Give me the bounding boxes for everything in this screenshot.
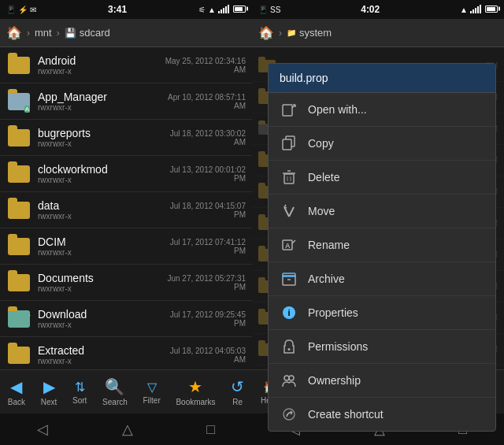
home-icon[interactable]: 🏠 [6,25,22,40]
filter-button[interactable]: ▽ Filter [143,380,160,405]
breadcrumb-sdcard[interactable]: 💾 sdcard [65,27,110,39]
svg-line-12 [289,207,294,217]
move-label: Move [308,205,335,217]
svg-rect-0 [283,105,292,116]
right-time: 4:02 [361,4,380,15]
list-item[interactable]: DCIM rwxrwxr-x Jul 17, 2012 07:41:12 PM [0,228,252,265]
left-breadcrumb: 🏠 › mnt › 💾 sdcard [0,19,252,47]
shortcut-icon [280,405,298,424]
copy-menu-item[interactable]: Copy [269,127,495,161]
svg-point-24 [284,376,289,380]
sort-icon: ⇅ [75,380,85,395]
left-right-icons: ⚟ ▲ [198,4,246,15]
left-time: 3:41 [108,4,127,15]
back-button[interactable]: ◀ Back [8,377,25,406]
notification-icon: ✉ [30,6,36,14]
properties-icon: i [280,303,298,322]
ownership-icon [280,371,298,390]
list-item[interactable]: bugreports rwxrwxr-x Jul 18, 2012 03:30:… [0,120,252,156]
copy-label: Copy [308,137,334,150]
bookmarks-button[interactable]: ★ Bookmarks [176,377,215,406]
next-button[interactable]: ▶ Next [41,377,57,406]
breadcrumb-system[interactable]: 📁 system [287,27,332,39]
rename-menu-item[interactable]: A Rename [269,228,495,262]
bookmarks-icon: ★ [188,377,202,396]
rename-icon: A [280,235,298,254]
back-icon: ◀ [10,377,22,396]
svg-line-14 [284,207,287,208]
right-home-icon[interactable]: 🏠 [258,25,274,40]
left-file-list: Android rwxrwxr-x May 25, 2012 02:34:16 … [0,47,252,369]
right-signal-bars [470,4,481,15]
archive-icon [280,269,298,288]
svg-rect-6 [284,174,294,184]
refresh-button[interactable]: ↺ Re [231,377,244,406]
right-status-icons: 📱 SS [258,6,280,14]
right-wifi-icon: ▲ [460,6,468,14]
right-breadcrumb: 🏠 › 📁 system [252,19,504,47]
right-panel: 📱 SS 4:02 ▲ 🏠 › 📁 system [252,0,504,445]
permissions-menu-item[interactable]: Permissions [269,330,495,364]
copy-icon [280,134,298,153]
archive-menu-item[interactable]: Archive [269,262,495,296]
right-battery-icon [484,6,498,14]
svg-point-26 [284,409,295,420]
ownership-menu-item[interactable]: Ownership [269,364,495,398]
list-item[interactable]: clockworkmod rwxrwxr-x Jul 13, 2012 00:0… [0,156,252,192]
search-icon: 🔍 [105,377,124,396]
create-shortcut-label: Create shortcut [308,408,384,421]
svg-point-25 [289,376,294,380]
delete-icon [280,168,298,187]
list-item[interactable]: Extracted rwxrwxr-x Jul 18, 2012 04:05:0… [0,337,252,369]
phone-icon: 📱 [6,6,16,14]
open-with-icon [280,100,298,119]
permissions-icon [280,337,298,356]
left-recent-nav[interactable]: □ [206,421,215,438]
next-icon: ▶ [43,377,55,396]
move-icon [280,202,298,221]
list-item[interactable]: data rwxrwxr-x Jul 18, 2012 04:15:07 PM [0,192,252,228]
right-signal-icon: SS [270,6,280,14]
delete-menu-item[interactable]: Delete [269,161,495,195]
right-phone-icon: 📱 [258,6,268,14]
list-item[interactable]: ↓ Download rwxrwxr-x Jul 17, 2012 09:25:… [0,301,252,337]
left-home-nav[interactable]: △ [122,421,133,438]
properties-menu-item[interactable]: i Properties [269,296,495,330]
list-item[interactable]: Android rwxrwxr-x May 25, 2012 02:34:16 … [0,47,252,83]
list-item[interactable]: Documents rwxrwxr-x Jun 27, 2012 05:27:3… [0,265,252,301]
context-menu-overlay: app PM bin PM build.prop PM cameradata P… [252,47,504,369]
svg-point-23 [288,348,291,350]
right-status-bar: 📱 SS 4:02 ▲ [252,0,504,19]
svg-rect-5 [283,139,291,150]
left-toolbar: ◀ Back ▶ Next ⇅ Sort 🔍 Search ▽ Filter ★… [0,369,252,413]
create-shortcut-menu-item[interactable]: Create shortcut [269,398,495,431]
filter-icon: ▽ [147,380,157,395]
refresh-icon: ↺ [231,377,244,396]
left-status-icons: 📱 ⚡ ✉ [6,6,36,14]
sort-button[interactable]: ⇅ Sort [72,380,87,405]
wifi-icon: ▲ [208,6,216,14]
search-button[interactable]: 🔍 Search [102,377,128,406]
usb-icon: ⚡ [18,6,28,14]
svg-rect-18 [283,276,295,285]
delete-label: Delete [308,171,339,184]
breadcrumb-mnt[interactable]: mnt [35,27,52,39]
archive-label: Archive [308,273,345,285]
battery-icon [232,6,246,14]
svg-text:A: A [285,242,291,250]
list-item[interactable]: A App_Manager rwxrwxr-x Apr 10, 2012 08:… [0,83,252,120]
context-menu-title: build.prop [269,64,495,93]
open-with-label: Open with... [308,103,367,116]
right-right-icons: ▲ [460,4,498,15]
svg-text:i: i [288,308,291,317]
bluetooth-icon: ⚟ [198,6,206,14]
move-menu-item[interactable]: Move [269,195,495,228]
svg-rect-19 [283,273,295,276]
context-menu: build.prop Open with... [268,63,496,432]
left-nav-bar: ◁ △ □ [0,413,252,445]
left-back-nav[interactable]: ◁ [37,421,48,438]
left-panel: 📱 ⚡ ✉ 3:41 ⚟ ▲ 🏠 › mnt [0,0,252,445]
open-with-menu-item[interactable]: Open with... [269,93,495,127]
svg-line-11 [284,207,289,217]
properties-label: Properties [308,306,358,319]
